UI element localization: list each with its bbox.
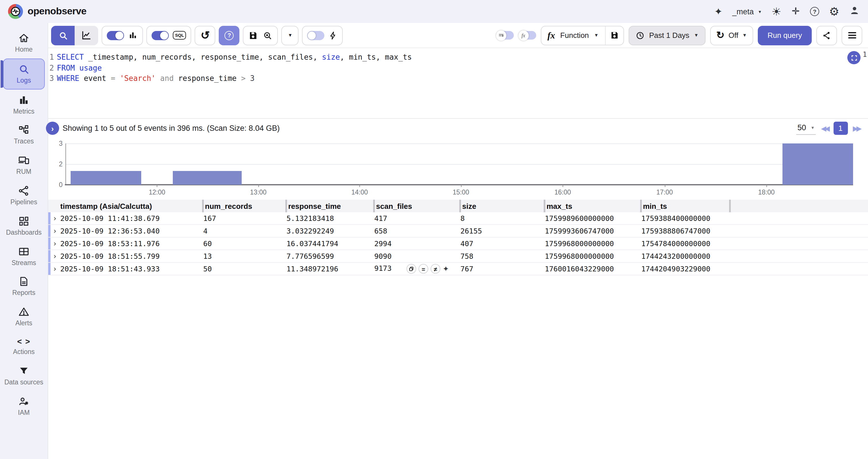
chevron-down-icon: ▼ [758, 9, 762, 13]
sidebar-item-traces[interactable]: Traces [3, 120, 45, 150]
search-mode-segment [51, 26, 98, 45]
user-gear-icon [18, 395, 30, 407]
row-accent-strip [48, 237, 51, 250]
cell-min_ts: 1759388806747000 [640, 227, 729, 235]
row-accent-strip [48, 250, 51, 262]
auto-refresh-dropdown[interactable]: ↻ Off ▼ [710, 26, 753, 45]
cell-scan_files: 417 [373, 214, 459, 223]
cell-response_time: 5.132183418 [285, 214, 373, 223]
expand-row-icon[interactable]: › [51, 264, 59, 273]
reset-query-button[interactable]: ↺ [195, 26, 216, 45]
table-row[interactable]: ›2025-10-09 18:53:11.9766016.03744179429… [48, 237, 868, 250]
cell-min_ts: 1754784000000000 [640, 239, 729, 248]
sidebar-item-label: Data sources [4, 379, 43, 387]
not-equals-icon[interactable]: ≠ [431, 264, 440, 274]
sql-mode-toggle[interactable] [152, 31, 169, 40]
sidebar-item-reports[interactable]: Reports [3, 272, 45, 301]
openobserve-logo-icon [8, 4, 23, 19]
cell-size: 26155 [459, 227, 544, 235]
theme-sun-icon[interactable]: ☀ [772, 6, 781, 17]
table-row[interactable]: ›2025-10-09 18:51:43.9335011.34897219691… [48, 263, 868, 275]
visualize-mode-button[interactable] [74, 26, 98, 45]
last-page-button[interactable]: ▶▶ [853, 124, 860, 132]
table-row[interactable]: ›2025-10-09 12:36:53.04043.0322922496582… [48, 225, 868, 237]
histogram-bar [70, 171, 142, 185]
sidebar-item-metrics[interactable]: Metrics [3, 90, 45, 120]
expand-row-icon[interactable]: › [51, 227, 59, 235]
fx-icon: fx [547, 30, 555, 40]
time-range-dropdown[interactable]: Past 1 Days ▼ [628, 26, 705, 45]
sidebar-item-logs[interactable]: Logs [3, 59, 45, 90]
current-page-button[interactable]: 1 [833, 122, 848, 135]
slack-icon[interactable] [791, 6, 800, 17]
cell-max_ts: 1759993606747000 [544, 227, 640, 235]
sidebar-item-home[interactable]: Home [3, 28, 45, 58]
expand-row-icon[interactable]: › [51, 214, 59, 223]
ai-sparkle-icon[interactable]: ✦ [714, 7, 723, 17]
sql-editor[interactable]: 1SELECT _timestamp, num_records, respons… [48, 48, 868, 118]
sidebar-item-rum[interactable]: RUM [3, 150, 45, 180]
sidebar-item-label: Home [15, 46, 32, 54]
cell-response_time: 3.032292249 [285, 227, 373, 235]
menu-button[interactable] [842, 26, 862, 45]
user-avatar-icon[interactable] [849, 5, 860, 18]
histogram-bar [173, 171, 242, 185]
wrap-lines-toggle[interactable] [496, 31, 514, 40]
saved-search-dropdown-button[interactable]: ▼ [282, 26, 299, 45]
sidebar-item-iam[interactable]: IAM [3, 391, 45, 421]
column-header-min_ts[interactable]: min_ts [640, 200, 729, 212]
cell-scan_files: 2994 [373, 239, 459, 248]
page-size-select[interactable]: 50 ▼ [796, 122, 816, 135]
column-header-response_time[interactable]: response_time [285, 200, 373, 212]
sidebar-item-pipelines[interactable]: Pipelines [3, 181, 45, 210]
expand-row-icon[interactable]: › [51, 252, 59, 261]
function-dropdown[interactable]: fx Function ▼ [541, 26, 605, 44]
histogram-toggle[interactable] [107, 31, 124, 40]
settings-gear-icon[interactable]: ⚙ [829, 6, 839, 17]
expand-sidebar-fields-button[interactable]: › [46, 122, 59, 135]
cell-response_time: 16.037441794 [285, 239, 373, 248]
page-size-value: 50 [797, 123, 806, 132]
editor-fullscreen-button[interactable] [847, 51, 861, 64]
quick-mode-toggle-group [302, 26, 343, 45]
share-button[interactable] [816, 26, 837, 45]
x-axis-tick [766, 185, 767, 187]
column-header-size[interactable]: size [459, 200, 544, 212]
x-axis-tick-label: 13:00 [250, 189, 267, 196]
saved-search-icon[interactable] [262, 30, 273, 40]
histogram-plot-area: 32012:0013:0014:0015:0016:0017:0018:00 [65, 143, 853, 185]
y-axis-tick-label: 0 [59, 181, 63, 188]
table-grid-icon [18, 245, 30, 257]
bar-chart-icon [128, 30, 138, 40]
first-page-button[interactable]: ◀◀ [821, 124, 828, 132]
expand-row-icon[interactable]: › [51, 239, 59, 248]
run-query-button[interactable]: Run query [758, 26, 812, 45]
save-icon[interactable] [248, 30, 259, 40]
sidebar-item-dashboards[interactable]: Dashboards [3, 211, 45, 241]
sidebar-item-streams[interactable]: Streams [3, 241, 45, 271]
ai-sparkle-icon[interactable]: ✦ [443, 264, 449, 273]
copy-icon[interactable] [406, 264, 416, 274]
column-header-scan_files[interactable]: scan_files [373, 200, 459, 212]
sidebar-item-alerts[interactable]: Alerts [3, 302, 45, 332]
quick-mode-toggle[interactable] [307, 31, 324, 40]
org-selector[interactable]: _meta ▼ [732, 7, 762, 16]
table-row[interactable]: ›2025-10-09 18:51:55.799137.776596599909… [48, 250, 868, 263]
column-header-timestamp[interactable]: timestamp (Asia/Calcutta) [48, 200, 202, 212]
share-icon [822, 31, 831, 40]
query-help-button[interactable]: ? [219, 26, 240, 45]
help-icon[interactable]: ? [810, 7, 819, 16]
column-header-max_ts[interactable]: max_ts [544, 200, 640, 212]
sidebar-item-actions[interactable]: < > Actions [3, 332, 45, 360]
top-bar-right: ✦ _meta ▼ ☀ ? ⚙ [714, 5, 860, 18]
table-row[interactable]: ›2025-10-09 11:41:38.6791675.13218341841… [48, 212, 868, 225]
search-mode-button[interactable] [51, 26, 74, 45]
search-icon [58, 30, 68, 40]
save-function-button[interactable] [605, 26, 623, 44]
equals-icon[interactable]: = [418, 264, 428, 274]
cell-num_records: 60 [202, 239, 285, 248]
cell-response_time: 7.776596599 [285, 252, 373, 261]
sidebar-item-data-sources[interactable]: Data sources [3, 361, 45, 391]
transform-toggle[interactable]: fx [518, 31, 536, 40]
column-header-num_records[interactable]: num_records [202, 200, 285, 212]
